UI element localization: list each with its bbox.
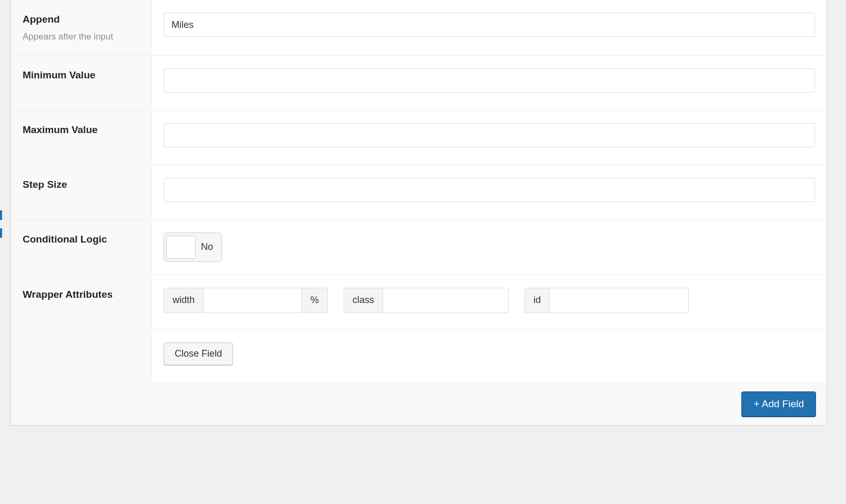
conditional-logic-toggle[interactable]: No xyxy=(164,233,222,262)
step-label: Step Size xyxy=(23,178,140,192)
wrapper-width-group: width % xyxy=(164,288,328,313)
append-input[interactable] xyxy=(164,13,815,37)
append-desc: Appears after the input xyxy=(23,31,140,43)
wrapper-attributes-label: Wrapper Attributes xyxy=(23,288,140,302)
close-field-button[interactable]: Close Field xyxy=(164,342,233,365)
label-col: Conditional Logic xyxy=(11,220,152,275)
toggle-state-label: No xyxy=(201,241,213,253)
width-unit-label: % xyxy=(302,288,328,313)
append-label: Append xyxy=(23,13,140,27)
row-conditional-logic: Conditional Logic No xyxy=(11,220,827,275)
wrapper-id-input[interactable] xyxy=(549,288,689,313)
label-col: Append Appears after the input xyxy=(11,0,152,55)
wrapper-class-input[interactable] xyxy=(382,288,509,313)
minimum-value-input[interactable] xyxy=(164,68,815,93)
maximum-value-input[interactable] xyxy=(164,123,815,147)
add-field-button[interactable]: + Add Field xyxy=(741,391,816,417)
label-col: Maximum Value xyxy=(11,110,152,165)
row-step-size: Step Size xyxy=(11,165,827,220)
row-append: Append Appears after the input xyxy=(11,0,827,56)
id-addon-label: id xyxy=(525,288,549,313)
wrapper-width-input[interactable] xyxy=(203,288,302,313)
row-wrapper-attributes: Wrapper Attributes width % class id xyxy=(11,275,827,330)
wrapper-id-group: id xyxy=(525,288,689,313)
toggle-knob xyxy=(166,236,196,259)
row-minimum-value: Minimum Value xyxy=(11,56,827,110)
label-col: Wrapper Attributes xyxy=(11,275,152,329)
row-maximum-value: Maximum Value xyxy=(11,110,827,165)
conditional-logic-label: Conditional Logic xyxy=(23,233,140,247)
sidebar-accent-tick xyxy=(0,228,2,238)
sidebar-accent-tick xyxy=(0,210,2,220)
label-col: Minimum Value xyxy=(11,56,152,110)
class-addon-label: class xyxy=(344,288,382,313)
width-addon-label: width xyxy=(164,288,203,313)
label-col: Step Size xyxy=(11,165,152,219)
min-label: Minimum Value xyxy=(23,68,140,83)
row-close-field: Close Field xyxy=(11,330,827,383)
step-size-input[interactable] xyxy=(164,178,815,202)
max-label: Maximum Value xyxy=(23,123,140,137)
field-settings-panel: Append Appears after the input Minimum V… xyxy=(11,0,827,426)
panel-footer: + Add Field xyxy=(11,383,827,425)
label-col-empty xyxy=(11,330,152,382)
wrapper-class-group: class xyxy=(344,288,509,313)
